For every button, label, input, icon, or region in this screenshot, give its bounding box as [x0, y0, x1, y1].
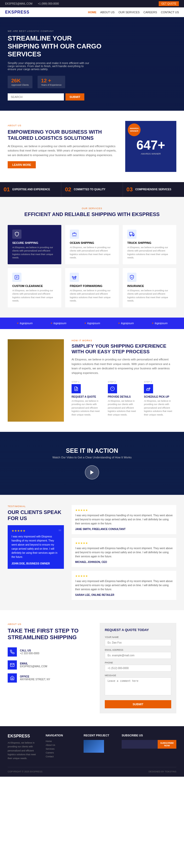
form-submit-button[interactable]: SUBMIT [105, 700, 171, 708]
contact-email-info: Email EKSPRES@MAIL.COM [20, 662, 47, 668]
feature-text-2: COMMITTED TO QUALITY [74, 188, 106, 191]
email-input[interactable] [105, 652, 171, 659]
learn-more-button[interactable]: LEARN MORE [8, 161, 36, 168]
services-tag: OUR SERVICES [8, 207, 176, 210]
how-body: At Ekspress, we believe in providing our… [72, 358, 176, 375]
clearance-icon [12, 273, 22, 282]
testimonial-card-2: ★★★★★ I was very impressed with Ekspress… [72, 538, 176, 567]
feature-item-3: 03 COMPREHENSIVE SERVICES [123, 182, 184, 197]
step-num-1: STEP 1 [72, 380, 104, 383]
search-input[interactable] [8, 93, 64, 100]
service-card-6: INSURANCE At Ekspress, we believe in pro… [123, 268, 176, 307]
footer-logo: EKSPRESS [8, 734, 41, 738]
award-badge: AWARDS WINNER [128, 123, 140, 136]
video-section: SEE IT IN ACTION Watch Our Video to Get … [0, 432, 184, 495]
svg-point-1 [130, 235, 131, 236]
card1-stars: ★★★★★ [75, 508, 173, 512]
about-text: ABOUT US EMPOWERING YOUR BUSINESS WITH T… [8, 124, 117, 168]
featured-author: JOHN DOE, BUSINESS OWNER [11, 562, 60, 565]
message-input[interactable] [105, 678, 171, 695]
contact-office: Office ANYWHERE STREET, NY [8, 673, 92, 683]
logos-strip: ✦ logoipsum ✦ logoipsum ✦ logoipsum ✦ lo… [0, 317, 184, 329]
step-2: STEP 2 PROVIDE DETAILS At Ekspress, we b… [108, 380, 140, 422]
svg-rect-4 [73, 278, 76, 279]
service-title-5: FREIGHT FORWARDING [70, 284, 114, 287]
footer-nav-about[interactable]: About Us [46, 744, 79, 746]
feature-text-1: EXPERTISE AND EXPERIENCE [12, 188, 50, 191]
about-tag: ABOUT US [8, 124, 117, 127]
topbar-email[interactable]: EKSPRES@MAIL.COM [5, 2, 32, 5]
footer-nav-careers[interactable]: Careers [46, 751, 79, 754]
service-card-5: FREIGHT FORWARDING At Ekspress, we belie… [65, 268, 119, 307]
step-desc-1: At Ekspress, we believe in providing our… [72, 399, 104, 417]
contact-email-label: Email [20, 662, 47, 665]
services-section: OUR SERVICES EFFICIENT AND RELIABLE SHIP… [0, 197, 184, 317]
contact-email: Email EKSPRES@MAIL.COM [8, 660, 92, 670]
about-section: ABOUT US EMPOWERING YOUR BUSINESS WITH T… [0, 111, 184, 182]
ship-icon [70, 229, 79, 239]
footer-nav-services[interactable]: Services [46, 748, 79, 750]
nav-about[interactable]: ABOUT US [100, 11, 114, 14]
hero-stat1-label: Approved Clients [11, 84, 29, 86]
footer-project-col: RECENT PROJECT [84, 734, 116, 761]
footer-nav-contact[interactable]: Contact [46, 755, 79, 758]
about-img-label: AWARDS WINNER [141, 153, 161, 155]
nav-services[interactable]: OUR SERVICES [118, 11, 139, 14]
truck-icon [127, 229, 136, 239]
hero-stat-1: 26K Approved Clients [8, 76, 32, 88]
card1-text: I was very impressed with Ekspress handl… [75, 514, 173, 526]
featured-stars: ★★★★★ [11, 529, 60, 533]
phone-input[interactable] [105, 665, 171, 672]
nav-contact[interactable]: CONTACT US [161, 11, 179, 14]
nav-careers[interactable]: CAREERS [143, 11, 157, 14]
service-title-4: CUSTOM CLEARANCE [12, 284, 57, 287]
hero-section: WE ARE BEST LOGISTIC COMPANY STREAMLINE … [0, 17, 184, 111]
topbar-quote-button[interactable]: GET QUOTE [159, 1, 179, 6]
subscribe-button[interactable]: SUBSCRIBE NOW [158, 740, 176, 749]
service-title-6: INSURANCE [127, 284, 172, 287]
contact-office-value: ANYWHERE STREET, NY [20, 678, 50, 681]
message-group: MESSAGE [105, 674, 171, 696]
feature-num-3: 03 [127, 186, 133, 193]
how-content: HOW IT WORKS SIMPLIFY YOUR SHIPPING EXPE… [72, 339, 176, 422]
nav-home[interactable]: HOME [88, 11, 96, 14]
topbar-phone[interactable]: +1 (999) 000-0000 [38, 2, 59, 5]
email-group: EMAIL ADDRESS [105, 649, 171, 659]
svg-rect-0 [130, 232, 133, 235]
about-image: AWARDS WINNER 647+ AWARDS WINNER [125, 121, 176, 172]
testimonials-inner: TESTIMONIAL OUR CLIENTS SPEAK FOR US " ★… [8, 505, 176, 600]
cta-section: ABOUT US TAKE THE FIRST STEP TO STREAMLI… [0, 610, 184, 726]
step-desc-3: At Ekspress, we believe in providing our… [144, 399, 176, 417]
footer-subscribe-col: SUBSCRIBE US SUBSCRIBE NOW [122, 734, 176, 761]
services-heading: EFFICIENT AND RELIABLE SHIPPING WITH EKS… [8, 211, 176, 217]
contact-phone-info: Call Us +2 333 000-0000 [20, 649, 40, 655]
service-card-3: TRUCK SHIPPING At Ekspress, we believe i… [123, 225, 176, 264]
logo-star-3: ✦ [84, 322, 86, 325]
quote-form-heading: REQUEST A QUOTE TODAY [105, 628, 171, 632]
svg-rect-10 [147, 389, 150, 390]
footer-project-title: RECENT PROJECT [84, 734, 116, 737]
hero-heading: STREAMLINE YOUR SHIPPING WITH OUR CARGO … [8, 34, 105, 58]
video-subtext: Watch Our Video to Get a Clear Understan… [8, 456, 176, 459]
play-button[interactable] [85, 465, 99, 479]
step-desc-2: At Ekspress, we believe in providing our… [108, 399, 140, 417]
featured-testimonial: " ★★★★★ I was very impressed with Ekspre… [8, 525, 64, 569]
footer-nav-home[interactable]: Home [46, 740, 79, 743]
service-card-1: SECURE SHIPPING At Ekspress, we believe … [8, 225, 61, 264]
contact-phone-label: Call Us [20, 649, 40, 652]
step-num-2: STEP 2 [108, 380, 140, 383]
phone-group: PHONE [105, 661, 171, 672]
search-submit-button[interactable]: SUBMIT [65, 93, 84, 100]
testimonials-left: TESTIMONIAL OUR CLIENTS SPEAK FOR US " ★… [8, 505, 64, 600]
cta-tag: ABOUT US [8, 623, 92, 625]
cta-left: ABOUT US TAKE THE FIRST STEP TO STREAMLI… [8, 623, 92, 683]
logo-star-1: ✦ [16, 322, 19, 325]
service-desc-5: At Ekspress, we believe in providing our… [70, 289, 114, 303]
hero-search: SUBMIT [8, 93, 176, 100]
subscribe-input[interactable] [122, 740, 158, 749]
logo-star-2: ✦ [50, 322, 52, 325]
footer-subscribe-title: SUBSCRIBE US [122, 734, 176, 737]
logo-star-4: ✦ [117, 322, 120, 325]
insurance-icon [127, 273, 136, 282]
name-input[interactable] [105, 639, 171, 646]
